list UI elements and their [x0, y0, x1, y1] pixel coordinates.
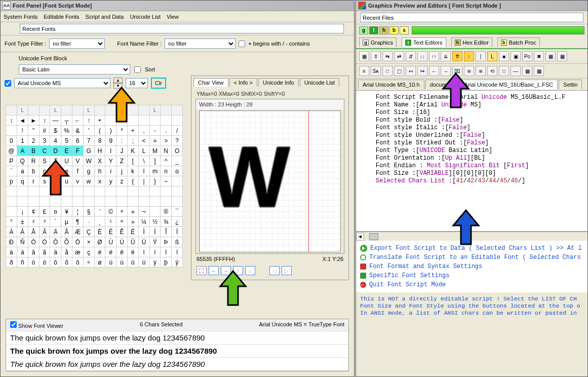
char-cell[interactable]: @: [6, 146, 17, 156]
char-cell[interactable]: /: [172, 126, 183, 136]
char-cell[interactable]: +: [127, 126, 138, 136]
char-cell[interactable]: z: [116, 176, 128, 186]
char-cell[interactable]: «: [127, 207, 138, 217]
char-cell[interactable]: Ë: [127, 227, 138, 237]
menu-system-fonts[interactable]: System Fonts: [4, 14, 37, 20]
char-cell[interactable]: g: [83, 166, 94, 176]
toolbar-btn-5[interactable]: ↓↓: [417, 51, 427, 61]
charview-tab-2[interactable]: Unicode Info: [258, 78, 299, 87]
char-cell[interactable]: Õ: [61, 237, 72, 247]
toolbar-btn-5[interactable]: ↦: [417, 66, 427, 76]
char-cell[interactable]: Í: [149, 227, 161, 237]
char-cell[interactable]: [105, 116, 116, 126]
char-cell[interactable]: [138, 186, 149, 197]
action-translate-font-script[interactable]: Translate Font Script to an Editable Fon…: [360, 253, 583, 262]
char-cell[interactable]: P: [6, 156, 17, 166]
char-cell[interactable]: [94, 197, 105, 207]
char-cell[interactable]: M: [149, 146, 161, 156]
stepper-down-button[interactable]: ▼: [113, 83, 123, 89]
char-cell[interactable]: x: [94, 176, 105, 186]
char-cell[interactable]: Ò: [28, 237, 39, 247]
char-cell[interactable]: [6, 186, 17, 197]
char-cell[interactable]: ;: [127, 136, 138, 146]
char-cell[interactable]: 0: [6, 136, 17, 146]
color-tab-g[interactable]: g: [359, 26, 368, 34]
char-cell[interactable]: |: [138, 176, 149, 186]
char-cell[interactable]: Å: [61, 227, 72, 237]
char-cell[interactable]: ►: [28, 116, 39, 126]
char-cell[interactable]: k: [127, 166, 138, 176]
char-cell[interactable]: ↕: [39, 116, 50, 126]
char-cell[interactable]: w: [83, 176, 94, 186]
char-cell[interactable]: £: [39, 207, 50, 217]
toolbar-btn-12[interactable]: □: [499, 66, 509, 76]
char-cell[interactable]: R: [28, 156, 39, 166]
char-cell[interactable]: >: [161, 136, 172, 146]
char-cell[interactable]: j: [116, 166, 128, 176]
char-cell[interactable]: Ï: [172, 227, 183, 237]
char-cell[interactable]: [116, 186, 128, 197]
char-cell[interactable]: ü: [138, 257, 149, 268]
char-cell[interactable]: $: [50, 126, 61, 136]
char-cell[interactable]: s: [39, 176, 50, 186]
char-cell[interactable]: [105, 186, 116, 197]
char-cell[interactable]: 7: [83, 136, 94, 146]
scrollbar-thumb[interactable]: [369, 233, 378, 240]
char-cell[interactable]: è: [94, 247, 105, 257]
char-cell[interactable]: ┬: [61, 116, 72, 126]
char-cell[interactable]: [50, 186, 61, 197]
char-cell[interactable]: À: [6, 227, 17, 237]
recent-files-input[interactable]: [360, 13, 583, 22]
char-cell[interactable]: »: [127, 217, 138, 227]
menu-unicode-list[interactable]: Unicode List: [130, 14, 161, 20]
char-cell[interactable]: [127, 186, 138, 197]
char-cell[interactable]: §: [83, 207, 94, 217]
toolbar-btn-13[interactable]: —: [511, 66, 521, 76]
char-cell[interactable]: i: [105, 166, 116, 176]
char-cell[interactable]: Ý: [149, 237, 161, 247]
char-cell[interactable]: [138, 116, 149, 126]
action-font-format-and[interactable]: Font Format and Syntax Settings: [360, 262, 583, 271]
char-cell[interactable]: ®: [161, 207, 172, 217]
toolbar-btn-15[interactable]: ✖: [534, 51, 544, 61]
doc-tab-1[interactable]: document: [425, 80, 459, 89]
nav-down-icon[interactable]: ↓: [245, 266, 255, 275]
char-cell[interactable]: c: [39, 166, 50, 176]
charview-tab-0[interactable]: Char View: [193, 78, 228, 87]
stepper-up-button[interactable]: ▲: [113, 78, 123, 83]
char-cell[interactable]: t: [50, 176, 61, 186]
char-cell[interactable]: ^: [161, 156, 172, 166]
toolbar-btn-9[interactable]: ≋: [464, 66, 474, 76]
char-cell[interactable]: [28, 186, 39, 197]
toolbar-btn-7[interactable]: ⇊: [441, 51, 451, 61]
font-name-filter-select[interactable]: no filter: [165, 39, 236, 49]
char-cell[interactable]: C: [39, 146, 50, 156]
char-cell[interactable]: Ì: [138, 227, 149, 237]
font-size-select[interactable]: 16: [126, 78, 148, 88]
char-cell[interactable]: L: [138, 146, 149, 156]
char-cell[interactable]: [172, 176, 183, 186]
char-cell[interactable]: [39, 197, 50, 207]
char-cell[interactable]: ¢: [28, 207, 39, 217]
scroll-left-icon[interactable]: ◄: [356, 233, 364, 241]
char-cell[interactable]: [149, 116, 161, 126]
char-cell[interactable]: [50, 197, 61, 207]
char-cell[interactable]: Ö: [72, 237, 83, 247]
char-cell[interactable]: ñ: [17, 257, 28, 268]
nav-prev-icon[interactable]: ◁: [269, 266, 280, 275]
char-cell[interactable]: û: [127, 257, 138, 268]
char-cell[interactable]: Z: [116, 156, 128, 166]
char-cell[interactable]: T: [50, 156, 61, 166]
char-cell[interactable]: ~: [161, 176, 172, 186]
char-cell[interactable]: Ñ: [17, 237, 28, 247]
char-cell[interactable]: ô: [50, 257, 61, 268]
code-editor[interactable]: Font Script Filename :[Arial Unicode MS_…: [356, 91, 587, 232]
char-cell[interactable]: ã: [39, 247, 50, 257]
char-cell[interactable]: ←: [72, 116, 83, 126]
char-cell[interactable]: ÿ: [172, 257, 183, 268]
char-cell[interactable]: l: [138, 166, 149, 176]
toolbar-btn-3[interactable]: ▢: [394, 66, 404, 76]
char-cell[interactable]: N: [161, 146, 172, 156]
toolbar-btn-17[interactable]: ▦: [557, 51, 567, 61]
toolbar-btn-3[interactable]: ⇄: [394, 51, 404, 61]
